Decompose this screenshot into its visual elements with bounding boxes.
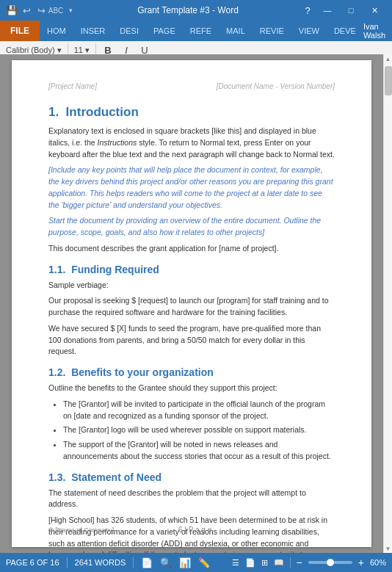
zoom-thumb (327, 559, 334, 566)
benefit-item-1: The [Grantor] will be invited to partici… (63, 399, 335, 422)
page-wrapper: [Project Name] [Document Name - Version … (0, 54, 383, 553)
scroll-down-arrow[interactable]: ▼ (384, 544, 393, 553)
view-web-icon[interactable]: ⊞ (261, 558, 268, 568)
statement-para-2: [High School] has 326 students, of which… (48, 515, 335, 553)
word-count: 2641 WORDS (75, 558, 126, 567)
status-right: ☰ 📄 ⊞ 📖 − + 60% (232, 557, 386, 568)
tab-file[interactable]: FILE (0, 21, 40, 41)
close-button[interactable]: ✕ (363, 0, 386, 21)
undo-icon[interactable]: ↩ (21, 4, 32, 16)
section-1-1-title: 1.1. Funding Required (48, 264, 335, 275)
intro-body-1: Explanatory text is enclosed in square b… (48, 126, 335, 160)
ribbon-tab-row: FILE HOM INSER DESI PAGE REFE MAIL REVIE… (0, 21, 392, 41)
scrollbar-vertical[interactable]: ▲ ▼ (383, 54, 392, 553)
view-normal-icon[interactable]: ☰ (232, 558, 239, 568)
minimize-button[interactable]: — (316, 0, 339, 21)
edit-icon[interactable]: ✏️ (198, 557, 210, 568)
project-name-placeholder: [Project Name] (48, 82, 97, 90)
spell-icon[interactable]: ABC (50, 4, 62, 16)
lang-icon[interactable]: 📊 (179, 557, 191, 568)
page-header: [Project Name] [Document Name - Version … (48, 82, 335, 90)
tab-references[interactable]: REFE (183, 21, 219, 41)
page-footer: © [Name of Company] 6 | P a g e (48, 526, 335, 534)
funding-para-1: Our proposal is seeking $ [request] to l… (48, 295, 335, 319)
benefits-intro: Outline the benefits to the Grantee shou… (48, 383, 335, 394)
redo-icon[interactable]: ↪ (35, 4, 47, 16)
maximize-button[interactable]: □ (339, 0, 363, 21)
user-area[interactable]: Ivan Walsh K (363, 21, 392, 41)
window-controls[interactable]: — □ ✕ (316, 0, 386, 21)
tab-design[interactable]: DESI (112, 21, 146, 41)
tab-home[interactable]: HOM (40, 21, 73, 41)
scroll-thumb[interactable] (385, 66, 392, 95)
customize-icon[interactable]: ▾ (65, 4, 76, 16)
tab-review[interactable]: REVIE (253, 21, 291, 41)
intro-italic-1: [Include any key points that will help p… (48, 164, 335, 211)
ribbon: FILE HOM INSER DESI PAGE REFE MAIL REVIE… (0, 21, 392, 54)
intro-italic-2: Start the document by providing an overv… (48, 215, 335, 239)
page-info: PAGE 6 OF 16 (6, 558, 59, 567)
zoom-level[interactable]: 60% (370, 558, 386, 567)
document-page: [Project Name] [Document Name - Version … (12, 60, 371, 547)
doc-name-placeholder: [Document Name - Version Number] (217, 82, 335, 90)
window-title: Grant Template #3 - Word (76, 5, 300, 15)
benefits-list: The [Grantor] will be invited to partici… (63, 399, 335, 463)
scroll-up-arrow[interactable]: ▲ (384, 54, 393, 63)
status-sep-2 (133, 557, 134, 568)
tab-mailings[interactable]: MAIL (219, 21, 253, 41)
statement-para-1: The statement of need describes the prob… (48, 488, 335, 511)
save-icon[interactable]: 💾 (6, 4, 18, 16)
section-1-3-title: 1.3. Statement of Need (48, 471, 335, 483)
benefit-item-2: The [Grantor] logo will be used wherever… (63, 424, 335, 436)
view-print-icon[interactable]: 📄 (245, 558, 255, 568)
tab-insert[interactable]: INSER (73, 21, 113, 41)
sample-verbiage-label: Sample verbiage: (48, 280, 335, 292)
section-1-title: 1. Introduction (48, 105, 335, 120)
benefit-item-3: The support of the [Grantor] will be not… (63, 439, 335, 463)
doc-icon[interactable]: 📄 (141, 557, 153, 568)
company-name: © [Name of Company] (48, 526, 114, 534)
title-bar-quick-access[interactable]: 💾 ↩ ↪ ABC ▾ (6, 4, 76, 16)
document-area: [Project Name] [Document Name - Version … (0, 54, 392, 553)
intro-closing: This document describes the grant applic… (48, 243, 335, 255)
page-number: 6 | P a g e (114, 526, 276, 534)
tab-page[interactable]: PAGE (146, 21, 183, 41)
zoom-slider[interactable] (308, 561, 352, 564)
status-sep-1 (67, 557, 68, 568)
title-bar: 💾 ↩ ↪ ABC ▾ Grant Template #3 - Word ? —… (0, 0, 392, 21)
view-read-icon[interactable]: 📖 (274, 558, 284, 568)
user-name: Ivan Walsh (363, 22, 391, 40)
tab-developer[interactable]: DEVE (327, 21, 363, 41)
track-icon[interactable]: 🔍 (160, 557, 172, 568)
zoom-in-button[interactable]: + (358, 557, 364, 568)
status-bar: PAGE 6 OF 16 2641 WORDS 📄 🔍 📊 ✏️ ☰ 📄 ⊞ 📖… (0, 553, 392, 572)
help-icon[interactable]: ? (300, 2, 316, 18)
tab-view[interactable]: VIEW (291, 21, 327, 41)
funding-para-2: We have secured $ [X] funds to seed the … (48, 323, 335, 358)
section-1-2-title: 1.2. Benefits to your organization (48, 366, 335, 378)
zoom-out-button[interactable]: − (297, 557, 302, 568)
status-sep-3 (290, 557, 291, 568)
